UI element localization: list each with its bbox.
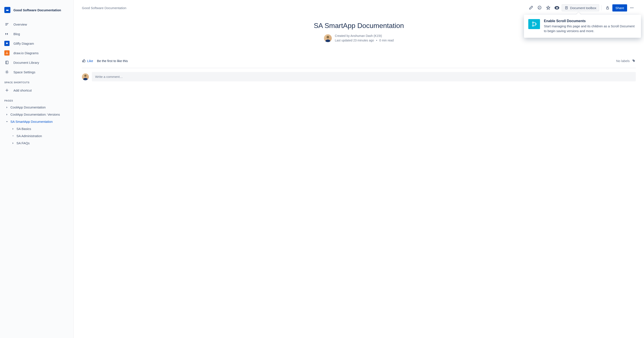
nav-label: Overview	[14, 23, 27, 26]
breadcrumb[interactable]: Good Software Documentation	[82, 6, 525, 10]
divider	[82, 68, 636, 68]
add-shortcut[interactable]: Add shortcut	[0, 85, 74, 95]
svg-point-24	[532, 22, 534, 23]
tree-label: CoolApp Documentation	[10, 105, 46, 109]
star-button[interactable]	[544, 4, 552, 12]
watch-button[interactable]	[553, 4, 561, 12]
tree-sa-basics[interactable]: SA Basics	[0, 125, 74, 132]
document-icon	[564, 6, 568, 10]
svg-point-13	[6, 72, 8, 73]
chevron-right-icon[interactable]	[11, 127, 15, 131]
toolbox-label: Document toolbox	[570, 6, 596, 10]
svg-rect-7	[7, 53, 8, 54]
no-labels-text: No labels	[616, 59, 630, 63]
like-label: Like	[87, 59, 93, 63]
sidebar: Good Software Documentation Overview Blo…	[0, 0, 74, 338]
nav-label: draw.io Diagrams	[14, 51, 38, 55]
nav-doclib[interactable]: Document Library	[0, 58, 74, 67]
shortcuts-heading: SPACE SHORTCUTS	[0, 77, 74, 85]
nav-label: Blog	[14, 32, 20, 36]
chevron-right-icon[interactable]	[5, 106, 9, 109]
svg-rect-11	[6, 61, 8, 64]
svg-rect-1	[6, 9, 9, 10]
divider	[601, 5, 602, 11]
read-time: 0 min read	[380, 39, 394, 42]
document-toolbox-button[interactable]: Document toolbox	[562, 4, 599, 11]
space-icon	[4, 7, 10, 13]
tree-sa-smartapp[interactable]: SA SmartApp Documentation	[0, 118, 74, 125]
tree-label: CoolApp Documentation: Versions	[10, 113, 60, 116]
comment-button[interactable]	[536, 4, 544, 12]
popover-body: Enable Scroll Documents Start managing t…	[544, 19, 637, 33]
tree-label: SA Administration	[16, 134, 42, 138]
like-button[interactable]: Like	[82, 59, 93, 63]
labels-section[interactable]: No labels	[616, 59, 636, 63]
created-by: Created by Anshuman Dash (K15t)	[335, 34, 394, 38]
tree-sa-admin[interactable]: • SA Administration	[0, 132, 74, 139]
restrictions-button[interactable]	[604, 4, 612, 12]
svg-point-22	[632, 7, 632, 8]
svg-rect-20	[606, 8, 608, 9]
chevron-right-icon[interactable]	[5, 113, 9, 116]
svg-point-28	[84, 75, 86, 77]
reactions-row: Like Be the first to like this No labels	[82, 56, 636, 66]
eye-icon	[554, 6, 559, 10]
scroll-docs-icon	[528, 19, 540, 29]
nav-overview[interactable]: Overview	[0, 20, 74, 29]
library-icon	[4, 60, 10, 65]
nav-label: Gliffy Diagram	[14, 42, 34, 45]
chevron-right-icon[interactable]	[11, 141, 15, 145]
tree-coolapp-versions[interactable]: CoolApp Documentation: Versions	[0, 111, 74, 118]
svg-rect-6	[6, 53, 7, 54]
svg-rect-5	[6, 52, 7, 53]
tree-label: SA FAQs	[16, 141, 30, 145]
nav-drawio[interactable]: draw.io Diagrams	[0, 48, 74, 58]
separator: •	[376, 39, 377, 42]
quote-icon	[4, 31, 10, 37]
space-header[interactable]: Good Software Documentation	[0, 4, 74, 16]
tree-coolapp-doc[interactable]: CoolApp Documentation	[0, 104, 74, 111]
gear-icon	[4, 69, 10, 75]
tag-icon	[632, 59, 636, 63]
plus-icon	[4, 88, 10, 93]
last-updated: Last updated 23 minutes ago	[335, 39, 374, 42]
tree-label: SA SmartApp Documentation	[10, 120, 53, 123]
svg-point-21	[630, 7, 631, 8]
svg-point-27	[326, 36, 329, 38]
nav-gliffy[interactable]: Gliffy Diagram	[0, 39, 74, 48]
main-content: Good Software Documentation Document too…	[74, 0, 644, 338]
tree-label: SA Basics	[16, 127, 31, 131]
byline-text: Created by Anshuman Dash (K15t) Last upd…	[335, 34, 394, 43]
space-name: Good Software Documentation	[14, 8, 61, 12]
more-actions-button[interactable]	[628, 4, 636, 12]
gliffy-icon	[4, 41, 10, 46]
edit-button[interactable]	[527, 4, 535, 12]
svg-point-25	[532, 25, 534, 27]
comment-input[interactable]: Write a comment…	[92, 72, 636, 81]
author-avatar[interactable]	[324, 34, 332, 42]
topbar-actions: Document toolbox Share	[527, 4, 636, 12]
like-status: Be the first to like this	[97, 59, 128, 63]
nav-settings[interactable]: Space Settings	[0, 67, 74, 77]
pages-heading: PAGES	[0, 95, 74, 104]
share-button[interactable]: Share	[612, 4, 627, 12]
topbar: Good Software Documentation Document too…	[74, 0, 644, 16]
scroll-documents-popover[interactable]: Enable Scroll Documents Start managing t…	[524, 15, 641, 38]
tree-sa-faqs[interactable]: SA FAQs	[0, 139, 74, 147]
bullet-icon: •	[11, 134, 15, 137]
svg-point-26	[535, 24, 536, 25]
svg-point-23	[633, 7, 634, 8]
popover-text: Start managing this page and its childre…	[544, 24, 637, 33]
nav-blog[interactable]: Blog	[0, 29, 74, 39]
thumbs-up-icon	[82, 59, 86, 63]
add-shortcut-label: Add shortcut	[14, 89, 32, 92]
chevron-down-icon[interactable]	[5, 120, 9, 123]
svg-line-9	[6, 53, 7, 53]
list-icon	[4, 22, 10, 27]
drawio-icon	[4, 50, 10, 56]
current-user-avatar[interactable]	[82, 73, 89, 80]
svg-line-10	[7, 53, 8, 53]
comment-section: Write a comment…	[82, 72, 636, 81]
nav-label: Space Settings	[14, 70, 35, 74]
nav-label: Document Library	[14, 61, 39, 64]
